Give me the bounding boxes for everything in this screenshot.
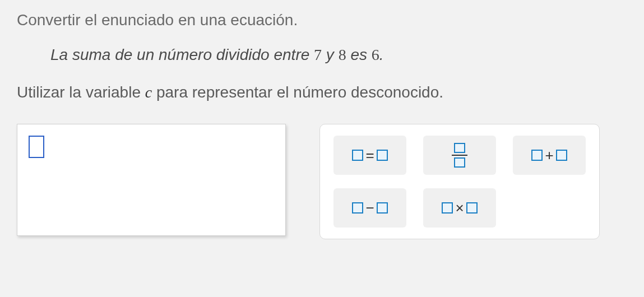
template-plus[interactable]: +: [513, 136, 586, 175]
times-icon: ×: [455, 199, 464, 217]
problem-prefix: La suma de un número dividido entre: [50, 46, 314, 63]
placeholder-box: [454, 157, 465, 168]
problem-num-3: 6: [372, 46, 379, 63]
palette-row-1: = +: [333, 136, 586, 175]
placeholder-box: [454, 143, 465, 153]
problem-suffix: .: [379, 46, 384, 63]
answer-box[interactable]: [17, 124, 286, 236]
variable-prefix: Utilizar la variable: [17, 83, 145, 101]
problem-num-1: 7: [314, 46, 322, 63]
placeholder-box: [531, 150, 543, 161]
template-fraction[interactable]: [423, 136, 496, 175]
variable-instruction: Utilizar la variable c para representar …: [17, 83, 627, 101]
template-minus[interactable]: −: [333, 188, 406, 228]
variable-name: c: [145, 83, 152, 101]
placeholder-box: [377, 202, 388, 214]
problem-mid2: es: [346, 46, 372, 63]
placeholder-box: [442, 202, 453, 214]
instruction-text: Convertir el enunciado en una ecuación.: [17, 11, 627, 29]
minus-icon: −: [365, 199, 374, 217]
problem-mid1: y: [322, 46, 339, 63]
problem-statement: La suma de un número dividido entre 7 y …: [50, 46, 627, 64]
equals-icon: =: [365, 147, 374, 164]
plus-icon: +: [545, 147, 553, 164]
variable-suffix: para representar el número desconocido.: [152, 83, 443, 101]
answer-input-slot[interactable]: [29, 136, 44, 158]
template-times[interactable]: ×: [423, 188, 496, 228]
palette-row-2: − ×: [333, 188, 586, 228]
problem-num-2: 8: [339, 46, 346, 63]
placeholder-box: [466, 202, 478, 214]
placeholder-box: [352, 202, 363, 214]
workspace: = + −: [17, 124, 627, 239]
placeholder-box: [556, 150, 567, 161]
fraction-bar: [452, 155, 467, 156]
template-palette: = + −: [319, 124, 600, 239]
placeholder-box: [352, 150, 363, 161]
fraction-icon: [452, 143, 467, 168]
template-equals[interactable]: =: [333, 136, 406, 175]
placeholder-box: [377, 150, 388, 161]
